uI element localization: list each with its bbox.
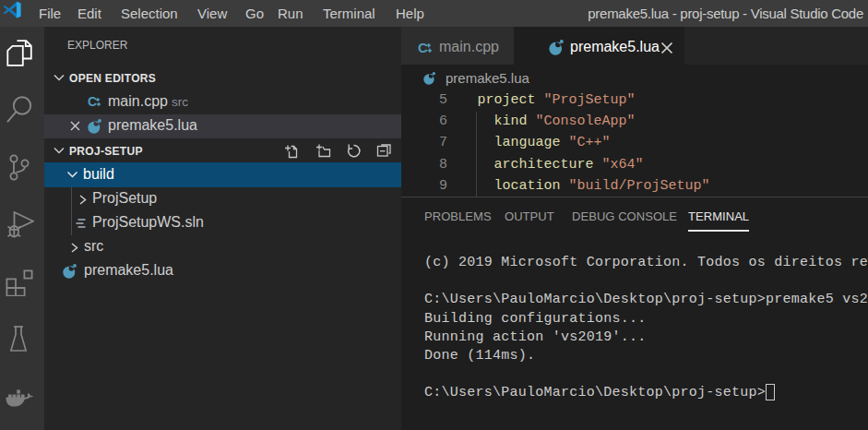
svg-text:C: C <box>418 41 428 55</box>
svg-text:C: C <box>88 95 97 109</box>
